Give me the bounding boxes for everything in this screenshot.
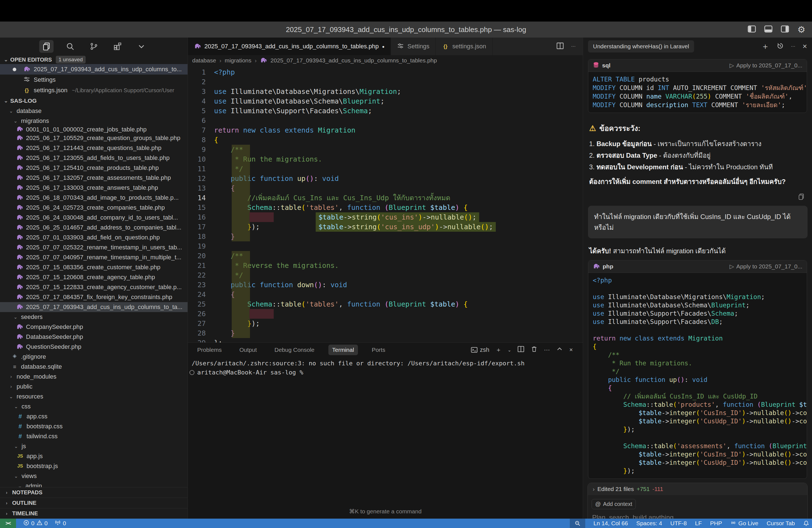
tree-item[interactable]: 2025_07_17_084357_fix_foreign_key_constr… [0, 292, 188, 302]
tree-item[interactable]: ⌄seeders [0, 312, 188, 322]
files-copy-icon[interactable] [39, 40, 54, 53]
close-chat-icon[interactable]: × [802, 42, 807, 51]
tree-item[interactable]: ⌄css [0, 401, 188, 411]
project-root-header[interactable]: ⌄ SAS-LOG [0, 96, 188, 106]
new-chat-icon[interactable]: ＋ [761, 41, 769, 52]
tab-problems[interactable]: Problems [193, 344, 226, 355]
tab-ports[interactable]: Ports [368, 344, 389, 355]
tab-output[interactable]: Output [236, 344, 261, 355]
open-editors-header[interactable]: ⌄ OPEN EDITORS 1 unsaved [0, 55, 188, 64]
tree-item[interactable]: #app.css [0, 411, 188, 421]
language-mode[interactable]: PHP [710, 520, 722, 527]
breadcrumb-database[interactable]: database [192, 57, 216, 64]
terminal-dropdown-icon[interactable]: ⌄ [508, 348, 511, 353]
apply-button[interactable]: ▷Apply to 2025_07_17_0... [729, 62, 802, 69]
history-icon[interactable] [777, 42, 784, 50]
ports-status[interactable]: 0 [55, 520, 66, 527]
tree-item[interactable]: 2025_06_17_105529_create_question_groups… [0, 133, 188, 143]
split-editor-icon[interactable] [556, 42, 564, 51]
tree-item[interactable]: 2025_06_17_123055_add_fields_to_users_ta… [0, 153, 188, 163]
cursor-tab-status[interactable]: Cursor Tab [767, 520, 795, 527]
more-actions-icon[interactable]: ··· [544, 346, 550, 353]
toggle-left-sidebar-icon[interactable] [748, 25, 756, 34]
edited-files-row[interactable]: › Edited 21 files +751 -111 [588, 483, 807, 495]
kill-terminal-icon[interactable] [531, 346, 538, 354]
tree-item[interactable]: 2025_07_15_120608_create_agency_table.ph… [0, 272, 188, 282]
extensions-icon[interactable] [111, 40, 125, 53]
close-panel-icon[interactable]: × [569, 346, 573, 353]
shell-chip[interactable]: zsh [470, 346, 489, 353]
tree-item[interactable]: ⌄admin [0, 481, 188, 487]
breadcrumb[interactable]: database › migrations › 2025_07_17_09394… [188, 55, 583, 66]
source-control-icon[interactable] [87, 40, 101, 53]
go-live-button[interactable]: Go Live [730, 520, 758, 527]
tree-item[interactable]: 2025_06_18_070343_add_image_to_products_… [0, 193, 188, 203]
tree-item[interactable]: 2025_07_07_040957_rename_timestamp_in_mu… [0, 252, 188, 262]
notifications-bell-icon[interactable] [803, 520, 809, 526]
search-status-icon[interactable] [570, 518, 585, 528]
editor-tab[interactable]: 2025_07_17_093943_add_cus_ins_udp_column… [188, 38, 391, 55]
encoding[interactable]: UTF-8 [670, 520, 687, 527]
tab-terminal[interactable]: Terminal [329, 344, 358, 355]
sidebar-section-notepads[interactable]: ›NOTEPADS [0, 487, 188, 498]
cursor-position[interactable]: Ln 14, Col 66 [594, 520, 628, 527]
tree-item[interactable]: .gitignore [0, 352, 188, 362]
tree-item[interactable]: 2025_06_24_030048_add_company_id_to_user… [0, 212, 188, 223]
add-context-chip[interactable]: @ Add context [592, 499, 636, 509]
tree-item[interactable]: 2025_06_25_014657_add_address_to_compani… [0, 223, 188, 233]
eol-sequence[interactable]: LF [695, 520, 702, 527]
tree-item[interactable]: 2025_07_15_122833_create_agency_customer… [0, 282, 188, 292]
tree-item[interactable]: ⌄migrations [0, 116, 188, 126]
tree-item[interactable]: 0001_01_01_000002_create_jobs_table.php [0, 126, 188, 133]
tree-item[interactable]: 2025_06_17_125410_create_products_table.… [0, 163, 188, 173]
toggle-right-sidebar-icon[interactable] [781, 25, 789, 34]
tree-item[interactable]: ⌄database [0, 106, 188, 116]
sidebar-section-timeline[interactable]: ›TIMELINE [0, 508, 188, 518]
toggle-bottom-panel-icon[interactable] [764, 25, 772, 34]
sidebar-section-outline[interactable]: ›OUTLINE [0, 498, 188, 508]
tree-item[interactable]: JSapp.js [0, 451, 188, 461]
tree-item[interactable]: 2025_07_17_093943_add_cus_ins_udp_column… [0, 302, 188, 312]
tree-item[interactable]: 2025_07_07_025322_rename_timestamp_in_us… [0, 243, 188, 252]
breadcrumb-filename[interactable]: 2025_07_17_093943_add_cus_ins_udp_column… [271, 57, 437, 64]
tree-item[interactable]: 2025_07_15_083356_create_customer_table.… [0, 262, 188, 272]
open-editor-item[interactable]: Settings [0, 75, 188, 85]
terminal-output[interactable]: /Users/aritach/.zshrc:source:3: no such … [188, 357, 583, 377]
tree-item[interactable]: DatabaseSeeder.php [0, 332, 188, 342]
tree-item[interactable]: 2025_06_17_133003_create_answers_table.p… [0, 183, 188, 193]
breadcrumb-migrations[interactable]: migrations [224, 57, 251, 64]
new-terminal-icon[interactable]: ＋ [495, 346, 502, 354]
open-editor-item[interactable]: {}settings.json~/Library/Application Sup… [0, 85, 188, 96]
problems-status[interactable]: 0 0 [23, 520, 47, 527]
search-icon[interactable] [63, 40, 77, 53]
tree-item[interactable]: JSbootstrap.js [0, 461, 188, 471]
code-editor[interactable]: 1<?php23use Illuminate\Database\Migratio… [188, 66, 583, 380]
editor-tab[interactable]: {}settings.json [436, 38, 492, 55]
tree-item[interactable]: CompanySeeder.php [0, 322, 188, 332]
split-terminal-icon[interactable] [517, 346, 524, 354]
tree-item[interactable]: 2025_06_17_121443_create_questions_table… [0, 143, 188, 153]
editor-tab[interactable]: Settings [391, 38, 436, 55]
tab-debug-console[interactable]: Debug Console [271, 344, 318, 355]
chat-messages[interactable]: sql ▷Apply to 2025_07_17_0... ALTER TABL… [583, 55, 812, 518]
tree-item[interactable]: 2025_06_17_132057_create_assessments_tab… [0, 173, 188, 183]
more-actions-icon[interactable]: ··· [571, 44, 576, 49]
more-actions-icon[interactable]: ··· [791, 44, 795, 49]
settings-gear-icon[interactable]: ⚙ [797, 24, 806, 35]
tree-item[interactable]: ⌄resources [0, 392, 188, 401]
chat-input[interactable]: Plan, search, build anything [588, 509, 807, 518]
tree-item[interactable]: ≡database.sqlite [0, 362, 188, 372]
chevron-down-icon[interactable] [134, 40, 149, 53]
maximize-panel-icon[interactable] [556, 346, 563, 354]
remote-window-button[interactable]: >< [0, 518, 16, 528]
tree-item[interactable]: 2025_06_24_025723_create_companies_table… [0, 203, 188, 212]
copy-icon[interactable] [798, 193, 805, 201]
tree-item[interactable]: 2025_07_01_033903_add_field_on_question.… [0, 233, 188, 243]
tree-item[interactable]: ›node_modules [0, 372, 188, 382]
tree-item[interactable]: ⌄views [0, 471, 188, 481]
chat-tab[interactable]: Understanding whereHas() in Laravel [588, 40, 694, 53]
tree-item[interactable]: ⌄js [0, 441, 188, 451]
indentation[interactable]: Spaces: 4 [636, 520, 662, 527]
tree-item[interactable]: #bootstrap.css [0, 421, 188, 431]
apply-button[interactable]: ▷Apply to 2025_07_17_0... [729, 263, 802, 270]
